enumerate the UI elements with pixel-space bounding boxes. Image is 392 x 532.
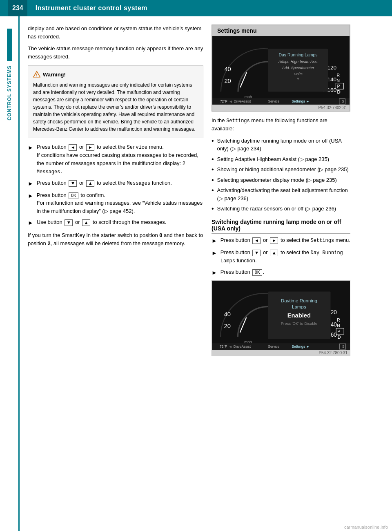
bullet-item-2: • Setting Adaptive Highbeam Assist (▷ pa… bbox=[212, 155, 350, 163]
sidebar-label: Control systems bbox=[7, 65, 12, 121]
svg-text:◀: ◀ bbox=[229, 99, 232, 103]
svg-text:Settings ►: Settings ► bbox=[292, 99, 310, 103]
svg-text:72°F: 72°F bbox=[220, 99, 227, 103]
lamp-section-heading: Switching daytime running lamp mode on o… bbox=[212, 219, 350, 234]
svg-text:S: S bbox=[342, 99, 344, 103]
header-bar: 234 Instrument cluster control system bbox=[0, 0, 392, 16]
lamp-btn-left[interactable]: ◀ bbox=[252, 237, 261, 244]
svg-text:DriveAssist: DriveAssist bbox=[234, 99, 252, 103]
svg-text:N: N bbox=[337, 323, 340, 328]
bullet-item-1: • Switching daytime running lamp mode on… bbox=[212, 137, 350, 153]
warning-body: Malfunction and warning messages are onl… bbox=[33, 81, 198, 133]
page-footer: carmanualsonline.info bbox=[344, 525, 388, 530]
btn-up-4[interactable]: ▲ bbox=[82, 219, 90, 226]
right-column: Settings menu 20 40 120 bbox=[212, 25, 350, 523]
svg-text:◀: ◀ bbox=[229, 344, 232, 348]
svg-rect-46 bbox=[212, 343, 350, 350]
settings-menu-box: Settings menu 20 40 120 bbox=[212, 25, 350, 112]
svg-text:P: P bbox=[337, 84, 340, 89]
svg-text:40: 40 bbox=[224, 311, 231, 317]
svg-text:Add. Speedometer: Add. Speedometer bbox=[282, 65, 315, 70]
arrow-icon-3: ► bbox=[28, 192, 33, 200]
cluster-1-svg: 20 40 120 140 160 R N P D Day Run bbox=[212, 36, 350, 105]
lamp-instruction-3: ► Press button OK. bbox=[212, 268, 350, 277]
bullet-text-2: Setting Adaptive Highbeam Assist (▷ page… bbox=[217, 155, 330, 163]
bullet-item-6: • Switching the radar sensors on or off … bbox=[212, 205, 350, 213]
svg-text:Enabled: Enabled bbox=[287, 312, 311, 318]
instruction-2: ► Press button ▼ or ▲ to select the Mess… bbox=[28, 179, 203, 188]
lamp-caption: P54.32·7800·31 bbox=[212, 350, 350, 356]
settings-mono: Settings bbox=[226, 118, 250, 124]
svg-text:Daytime Running: Daytime Running bbox=[281, 297, 317, 303]
cluster-2-box: 20 40 120 140 160 R N P D Daytime Runnin… bbox=[212, 280, 350, 356]
messages-mono: 2 Messages. bbox=[37, 161, 185, 175]
bullet-dot-5: • bbox=[212, 186, 214, 194]
btn-up-2[interactable]: ▲ bbox=[86, 180, 94, 187]
warning-icon: ! bbox=[33, 71, 40, 78]
svg-text:D: D bbox=[337, 334, 341, 339]
left-column: display and are based on conditions or s… bbox=[28, 25, 203, 523]
instruction-1: ► Press button ◀ or ▶ to select the Serv… bbox=[28, 143, 203, 176]
svg-text:N: N bbox=[337, 78, 340, 83]
bullet-item-3: • Showing or hiding additional speedomet… bbox=[212, 165, 350, 174]
svg-text:Lamps: Lamps bbox=[292, 304, 306, 309]
instruction-4-text: Use button ▼ or ▲ to scroll through the … bbox=[37, 218, 203, 226]
bullet-item-4: • Selecting speedometer display mode (▷ … bbox=[212, 176, 350, 184]
bullet-text-3: Showing or hiding additional speedometer… bbox=[217, 165, 349, 174]
lamp-arrow-3: ► bbox=[212, 268, 217, 277]
instruction-2-text: Press button ▼ or ▲ to select the Messag… bbox=[37, 179, 203, 187]
instruction-4: ► Use button ▼ or ▲ to scroll through th… bbox=[28, 218, 203, 227]
svg-text:20: 20 bbox=[224, 323, 231, 329]
svg-text:Units: Units bbox=[294, 72, 303, 76]
bullet-text-6: Switching the radar sensors on or off (▷… bbox=[217, 205, 336, 213]
svg-text:!: ! bbox=[36, 74, 38, 77]
lamp-instruction-3-text: Press button OK. bbox=[220, 268, 350, 276]
svg-text:140: 140 bbox=[327, 76, 336, 83]
arrow-icon-4: ► bbox=[28, 219, 33, 227]
bullet-text-1: Switching daytime running lamp mode on o… bbox=[217, 137, 350, 153]
bullet-dot-1: • bbox=[212, 137, 214, 145]
btn-ok-3[interactable]: OK bbox=[69, 192, 78, 199]
intro-text: display and are based on conditions or s… bbox=[28, 25, 203, 40]
svg-text:20: 20 bbox=[224, 78, 231, 85]
svg-text:DriveAssist: DriveAssist bbox=[234, 344, 251, 348]
day-running-mono: Day Running Lamps bbox=[220, 250, 343, 264]
instruction-1-sub: If conditions have occurred causing stat… bbox=[37, 152, 198, 174]
arrow-icon-1: ► bbox=[28, 143, 33, 152]
settings-intro: In the Settings menu the following funct… bbox=[212, 116, 350, 133]
bullet-dot-6: • bbox=[212, 205, 214, 212]
lamp-btn-right[interactable]: ▶ bbox=[270, 237, 278, 244]
lamp-instruction-1: ► Press button ◀ or ▶ to select the Sett… bbox=[212, 236, 350, 245]
instruction-3-sub: For malfunction and warning messages, se… bbox=[37, 200, 203, 214]
btn-right-1[interactable]: ▶ bbox=[86, 144, 94, 151]
svg-text:R: R bbox=[337, 317, 340, 322]
bullet-dot-3: • bbox=[212, 165, 214, 173]
bullet-text-4: Selecting speedometer display mode (▷ pa… bbox=[217, 176, 337, 184]
btn-down-2[interactable]: ▼ bbox=[69, 180, 77, 187]
lamp-btn-ok[interactable]: OK bbox=[252, 269, 262, 276]
svg-text:D: D bbox=[337, 89, 341, 94]
lamp-btn-up[interactable]: ▲ bbox=[270, 250, 278, 256]
arrow-icon-2: ► bbox=[28, 179, 33, 188]
instruction-3: ► Press button OK to confirm. For malfun… bbox=[28, 191, 203, 215]
lamp-btn-down[interactable]: ▼ bbox=[252, 250, 261, 256]
warning-label: Warning! bbox=[43, 72, 66, 78]
svg-text:Adapt. High-beam Ass.: Adapt. High-beam Ass. bbox=[278, 59, 318, 64]
btn-down-4[interactable]: ▼ bbox=[65, 219, 73, 226]
btn-left-1[interactable]: ◀ bbox=[69, 144, 77, 151]
lamp-arrow-2: ► bbox=[212, 249, 217, 257]
svg-text:Press 'OK' to Disable: Press 'OK' to Disable bbox=[281, 321, 317, 325]
sidebar: Control systems bbox=[0, 16, 20, 531]
service-mono: Service bbox=[127, 145, 147, 150]
svg-text:Service: Service bbox=[268, 99, 280, 103]
settings-menu-title: Settings menu bbox=[212, 25, 350, 36]
settings-mono-2: Settings bbox=[311, 238, 334, 244]
settings-caption: P54.32·7802·31 bbox=[212, 105, 350, 111]
svg-text:160: 160 bbox=[327, 87, 336, 93]
svg-text:72°F: 72°F bbox=[220, 344, 227, 348]
svg-rect-20 bbox=[212, 98, 350, 105]
svg-text:Day Running Lamps: Day Running Lamps bbox=[278, 52, 317, 57]
sidebar-accent-bar bbox=[7, 29, 12, 61]
lamp-instruction-2: ► Press button ▼ or ▲ to select the Day … bbox=[212, 248, 350, 265]
vehicle-status-text: The vehicle status message memory functi… bbox=[28, 45, 203, 60]
